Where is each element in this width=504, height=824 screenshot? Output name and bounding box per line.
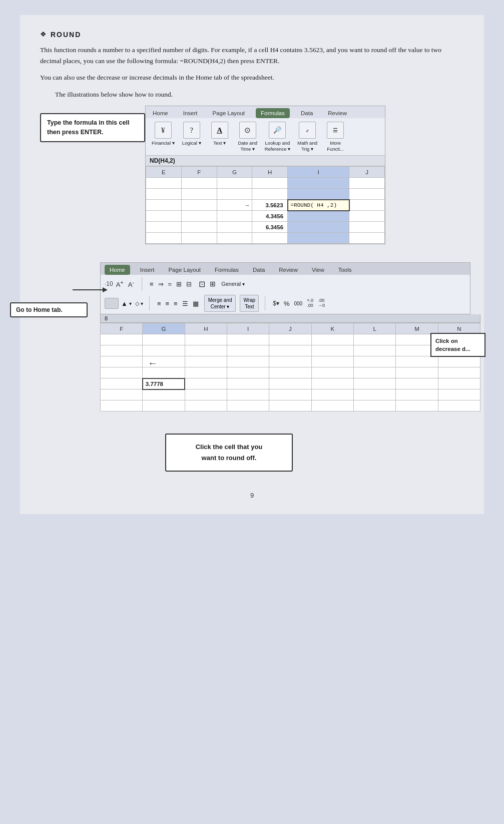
lookup-group: 🔎 Lookup and Reference ▾ — [263, 121, 292, 153]
table-row — [101, 345, 480, 356]
decimal-increase-button[interactable]: +.0.00 — [305, 297, 315, 309]
datetime-label: Date and Time ▾ — [238, 140, 257, 152]
paint-group: ▲ ▾ ◇ ▾ — [105, 298, 143, 309]
tab-formulas[interactable]: Formulas — [256, 108, 290, 118]
math-icon[interactable]: 𝑒 — [299, 122, 316, 139]
eraser-icon: ◇ — [135, 300, 139, 307]
align-group2: ≡ ≡ ≡ ☰ ▦ — [156, 299, 200, 308]
align-btn-2[interactable]: ≡ — [164, 299, 171, 308]
tab-review[interactable]: Review — [324, 109, 351, 118]
home-tab-formulas[interactable]: Formulas — [211, 265, 243, 274]
wrap-text-button[interactable]: WrapText — [240, 295, 259, 312]
eraser-dropdown-icon[interactable]: ▾ — [141, 301, 143, 306]
hat-icon: ▲ — [121, 300, 128, 307]
table-row — [146, 233, 385, 244]
logical-icon[interactable]: ? — [183, 122, 200, 139]
col-header-g: G — [217, 167, 252, 178]
ribbon2-toolbar-row2: ▲ ▾ ◇ ▾ ≡ ≡ ≡ ☰ ▦ Merge andC — [101, 293, 470, 314]
col2-header-l: L — [353, 323, 395, 334]
table-row — [146, 189, 385, 200]
ribbon2-tabs: Home Insert Page Layout Formulas Data Re… — [101, 263, 470, 275]
align-btn-4[interactable]: ☰ — [181, 299, 190, 308]
tab-insert[interactable]: Insert — [179, 109, 202, 118]
paragraph-2: You can also use the decrease or increas… — [40, 72, 464, 83]
page-number: 9 — [40, 492, 464, 499]
col-header-h: H — [252, 167, 288, 178]
home-tab-view[interactable]: View — [308, 265, 328, 274]
text-icon[interactable]: A — [211, 122, 228, 139]
align-btn-1[interactable]: ≡ — [156, 299, 163, 308]
align-left-btn[interactable]: = — [167, 279, 174, 289]
table-row-data: → 3.5623 =ROUND( H4 ,2) — [146, 200, 385, 211]
logical-group: ? Logical ▾ — [179, 121, 205, 147]
indent-dec-btn[interactable]: ⊟ — [185, 279, 193, 289]
home-tab-review[interactable]: Review — [275, 265, 302, 274]
financial-icon[interactable]: ¥ — [155, 122, 172, 139]
arrow-go-home — [68, 277, 108, 302]
cell-merge-icon[interactable]: ⊡ — [197, 278, 207, 290]
financial-group: ¥ Financial ▾ — [150, 121, 177, 147]
col-header-e: E — [146, 167, 182, 178]
tab-home[interactable]: Home — [149, 109, 172, 118]
number-buttons-group: $▾ % 000 +.0.00 .00→0 — [271, 297, 326, 309]
value-cell[interactable]: 3.7778 — [143, 378, 185, 389]
home-tab-insert[interactable]: Insert — [136, 265, 159, 274]
callout-click-decrease: Click ondecrease d... — [430, 333, 485, 357]
merge-center-button[interactable]: Merge andCenter ▾ — [204, 295, 236, 312]
home-tab-home[interactable]: Home — [105, 265, 130, 275]
more-functions-icon[interactable]: ☰ — [327, 122, 344, 139]
separator3 — [265, 296, 265, 310]
lookup-label: Lookup and Reference ▾ — [265, 140, 290, 152]
table-row — [146, 178, 385, 189]
row-number-bar: 8 — [100, 314, 480, 323]
font-size-group: ·10 A+ A- — [105, 278, 136, 289]
align-center-btn[interactable]: ⇒ — [157, 279, 165, 289]
home-tab-data[interactable]: Data — [249, 265, 269, 274]
section-title: ROUND — [51, 31, 81, 39]
spreadsheet2-wrapper: Click ondecrease d... F G H I J K L M — [100, 323, 480, 411]
percent-button[interactable]: % — [282, 299, 291, 308]
number-format-group: General ▾ — [221, 281, 245, 287]
separator2 — [149, 296, 150, 310]
callout-go-home: Go to Home tab. — [10, 302, 88, 317]
align-btn-5[interactable]: ▦ — [191, 299, 200, 308]
separator — [142, 277, 142, 291]
align-group: ≡ ⇒ = ⊞ ⊟ — [148, 279, 193, 289]
table-row — [101, 400, 480, 411]
tab-data[interactable]: Data — [297, 109, 317, 118]
ribbon1-tabs: Home Insert Page Layout Formulas Data Re… — [146, 106, 385, 118]
cell-ref-icon[interactable]: ⊞ — [208, 279, 217, 289]
lookup-icon[interactable]: 🔎 — [269, 122, 286, 139]
col2-header-h: H — [185, 323, 227, 334]
col-header-j: J — [349, 167, 385, 178]
thousands-button[interactable]: 000 — [292, 300, 304, 307]
decimal-decrease-button[interactable]: .00→0 — [316, 297, 326, 309]
paint-dropdown-icon[interactable]: ▾ — [129, 301, 132, 306]
col-header-f: F — [181, 167, 217, 178]
table-row-value: 3.7778 — [101, 378, 480, 389]
dollar-format-button[interactable]: $▾ — [271, 299, 281, 308]
align-btn-3[interactable]: ≡ — [172, 299, 179, 308]
align-right-btn[interactable]: ≡ — [148, 279, 155, 289]
spreadsheet-1: E F G H I J — [146, 166, 385, 244]
callout-click-cell: Click the cell that youwant to round off… — [165, 434, 293, 472]
tab-page-layout[interactable]: Page Layout — [208, 109, 249, 118]
font-grow-button[interactable]: A+ — [115, 278, 125, 289]
col2-header-j: J — [269, 323, 311, 334]
home-tab-page-layout[interactable]: Page Layout — [164, 265, 205, 274]
datetime-icon[interactable]: ⊙ — [239, 122, 256, 139]
indent-inc-btn[interactable]: ⊞ — [175, 279, 183, 289]
table-row: 4.3456 — [146, 211, 385, 222]
merge-group: ⊡ ⊞ — [197, 278, 217, 290]
number-format-label: General — [221, 281, 241, 287]
svg-marker-1 — [103, 287, 108, 292]
table-row — [101, 389, 480, 400]
font-shrink-button[interactable]: A- — [127, 278, 136, 289]
home-tab-tools[interactable]: Tools — [334, 265, 356, 274]
table-row: 6.3456 — [146, 222, 385, 233]
col2-header-k: K — [311, 323, 353, 334]
paragraph-1: This function rounds a number to a speci… — [40, 45, 464, 66]
number-format-dropdown-icon[interactable]: ▾ — [242, 281, 245, 287]
col2-header-g: G — [143, 323, 185, 334]
col2-header-f: F — [101, 323, 143, 334]
